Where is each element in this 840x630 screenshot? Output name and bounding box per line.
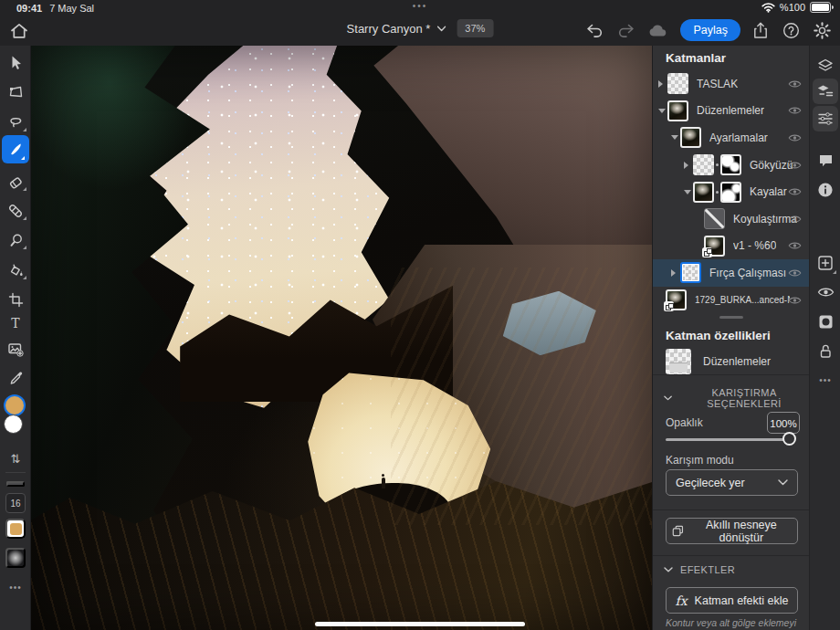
eye-icon [788,268,802,278]
chevron-down-icon [664,395,672,401]
layer-thumbnail[interactable] [680,127,701,148]
info-rail-icon[interactable] [813,177,838,203]
visibility-toggle[interactable] [788,105,802,116]
opacity-value-field[interactable]: 100% [767,412,800,434]
visibility-rail-icon[interactable] [813,279,838,305]
canvas-art-vignette [31,46,652,630]
layer-mask-thumbnail[interactable] [720,154,741,175]
lock-rail-icon[interactable] [813,338,838,363]
eyedropper-tool-icon[interactable] [0,365,31,391]
mask-rail-icon[interactable] [813,309,838,334]
disclosure-arrow[interactable] [658,80,667,88]
place-image-tool-icon[interactable] [0,336,31,362]
home-button[interactable] [9,20,33,42]
layer-thumbnail[interactable] [693,154,714,175]
convert-smart-object-button[interactable]: Akıllı nesneye dönüştür [666,518,798,544]
disclosure-arrow[interactable] [671,269,680,277]
foreground-color-well[interactable] [5,396,24,415]
layer-thumbnail[interactable] [666,289,687,310]
layer-thumbnail[interactable] [704,236,725,257]
layer-name: Ayarlamalar [709,131,768,144]
cloud-sync-icon[interactable] [646,22,670,39]
layer-mask-thumbnail[interactable] [720,182,741,203]
share-button[interactable]: Paylaş [680,19,740,41]
transform-tool-icon[interactable] [0,79,31,105]
mask-link-icon [716,163,719,166]
opacity-slider-knob[interactable] [782,432,796,446]
layer-row[interactable]: Koyulaştırma [653,205,809,233]
visibility-toggle[interactable] [788,295,802,306]
visibility-toggle[interactable] [788,79,802,89]
crop-tool-icon[interactable] [0,287,31,312]
brush-color-swatch[interactable] [5,519,26,539]
status-time-date: 09:41 7 May Sal [16,3,94,14]
layer-name: 1729_BURKA...anced-NR33 [695,295,790,305]
undo-button[interactable] [584,22,605,39]
visibility-toggle[interactable] [788,160,802,171]
layer-thumbnail[interactable] [667,100,688,121]
settings-gear-icon[interactable] [812,20,833,41]
layer-row[interactable]: Gökyüzü [653,152,809,179]
add-layer-effect-button[interactable]: fx Katman efekti ekle [666,587,798,614]
layer-row[interactable]: v1 - %60 [653,233,809,260]
blend-options-header[interactable]: KARIŞTIRMA SEÇENEKLERİ [664,387,809,409]
layer-properties-row[interactable]: Düzenlemeler [666,349,771,374]
visibility-toggle[interactable] [788,240,802,251]
type-tool-icon[interactable]: T [0,310,31,336]
disclosure-arrow[interactable] [658,109,667,113]
layers-panel-title: Katmanlar [666,51,726,65]
adjustments-rail-icon[interactable] [813,106,838,131]
background-color-well[interactable] [4,415,23,434]
add-layer-rail-icon[interactable] [813,250,838,276]
comments-rail-icon[interactable] [813,148,838,173]
layer-row[interactable]: TASLAK [653,70,809,98]
document-canvas[interactable] [31,46,652,630]
opacity-slider[interactable] [666,438,794,441]
zoom-level-badge[interactable]: 37% [457,19,493,37]
export-icon[interactable] [751,20,771,41]
tool-options-more-icon[interactable]: ••• [0,583,31,593]
layer-row[interactable]: 1729_BURKA...anced-NR33 [653,287,809,314]
brush-tool-icon[interactable] [2,135,29,163]
color-wells[interactable] [0,396,31,447]
effects-header[interactable]: EFEKTLER [664,564,735,575]
disclosure-arrow[interactable] [684,162,693,169]
layer-row[interactable]: Fırça Çalışması [653,259,809,287]
brush-softness-preview[interactable] [5,548,26,568]
visibility-toggle[interactable] [788,186,802,197]
brush-size-value[interactable]: 16 [5,493,26,513]
swap-colors-icon[interactable]: ⇅ [0,446,31,471]
layers-panel: Katmanlar TASLAKDüzenlemelerAyarlamalarG… [652,46,809,630]
layers-rail-icon[interactable] [813,53,838,79]
fill-bucket-tool-icon[interactable] [0,257,31,283]
layer-thumbnail[interactable] [693,182,714,203]
redo-button[interactable] [615,22,636,39]
visibility-toggle[interactable] [788,214,802,225]
brush-size-slider[interactable] [6,481,25,487]
layer-row[interactable]: Düzenlemeler [653,98,809,125]
layer-row[interactable]: Ayarlamalar [653,124,809,152]
layer-thumbnail[interactable] [704,208,725,229]
document-title-button[interactable]: Starry Canyon * [347,22,446,36]
blend-mode-dropdown[interactable]: Geçilecek yer [666,469,798,496]
visibility-toggle[interactable] [788,132,802,143]
move-tool-icon[interactable] [0,49,31,75]
disclosure-arrow[interactable] [671,135,680,140]
layer-thumbnail[interactable] [680,262,701,283]
layers-list: TASLAKDüzenlemelerAyarlamalarGökyüzüKaya… [653,70,809,313]
visibility-toggle[interactable] [788,268,802,278]
layer-row[interactable]: Kayalar [653,178,809,205]
healing-brush-tool-icon[interactable] [0,198,31,224]
help-icon[interactable] [781,20,802,41]
home-indicator-bar[interactable] [315,622,525,626]
layer-properties-rail-icon[interactable] [813,79,838,104]
eye-icon [788,160,802,171]
disclosure-arrow[interactable] [684,190,693,194]
layer-thumbnail[interactable] [667,73,688,94]
panel-drag-handle[interactable] [719,316,743,319]
eraser-tool-icon[interactable] [0,169,31,194]
panel-more-icon[interactable]: ••• [813,367,838,393]
eye-icon [788,214,802,225]
lasso-tool-icon[interactable] [0,110,31,135]
magnifier-tool-icon[interactable] [0,227,31,253]
